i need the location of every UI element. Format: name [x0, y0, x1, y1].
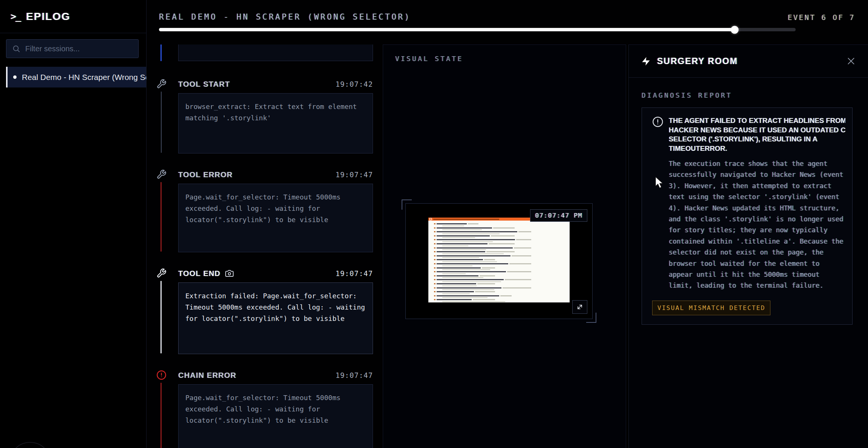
- screenshot-frame[interactable]: 07:07:47 PM: [405, 203, 593, 319]
- hn-story-row: [434, 263, 570, 266]
- session-title: REAL DEMO - HN SCRAPER (WRONG SELECTOR): [159, 12, 411, 21]
- scrubber-thumb[interactable]: [730, 26, 738, 34]
- hn-story-row: [434, 255, 570, 258]
- scrubber-fill: [159, 28, 735, 31]
- diagnosis-title: THE AGENT FAILED TO EXTRACT HEADLINES FR…: [669, 116, 845, 153]
- hn-story-row: [434, 267, 570, 270]
- hn-story-row: [434, 295, 570, 298]
- diagnosis-body: The execution trace shows that the agent…: [669, 158, 845, 292]
- event-counter: EVENT 6 OF 7: [788, 13, 855, 21]
- hn-story-row: [434, 243, 570, 246]
- logo-row: >_ EPILOG: [0, 0, 146, 33]
- lightning-bolt-icon: [641, 56, 651, 66]
- hn-story-row: [434, 275, 570, 278]
- event-payload: browser_extract: Extract text from eleme…: [178, 93, 373, 153]
- surgery-room-panel: SURGERY ROOM DIAGNOSIS REPORT THE AGENT …: [628, 44, 868, 448]
- hn-story-row: [434, 291, 570, 294]
- wrench-icon: [156, 169, 167, 180]
- expand-screenshot-button[interactable]: [572, 300, 587, 314]
- terminal-prompt-icon: >_: [11, 11, 20, 22]
- event-title: TOOL ERROR: [178, 170, 233, 179]
- previous-event-tail: [147, 44, 383, 61]
- visual-state-label: VISUAL STATE: [395, 55, 463, 63]
- hn-story-row: [434, 247, 570, 250]
- corner-bracket-icon: [586, 313, 596, 323]
- warning-circle-icon: [652, 116, 663, 127]
- sidebar: >_ EPILOG Real Demo - HN Scraper (Wrong …: [0, 0, 147, 448]
- hn-logo-icon: [429, 218, 432, 220]
- event-header: TOOL ERROR19:07:47: [147, 169, 373, 181]
- diagnosis-report-label: DIAGNOSIS REPORT: [642, 92, 868, 99]
- hn-rows: [428, 221, 570, 302]
- wrench-icon: [156, 268, 167, 278]
- visual-state-panel: VISUAL STATE 07:07:47 PM: [383, 44, 626, 448]
- bottom-left-circle-decoration: [9, 442, 51, 448]
- hn-story-row: [434, 227, 570, 230]
- event-timestamp: 19:07:47: [335, 170, 373, 179]
- timeline-event-tool-error[interactable]: TOOL ERROR19:07:47Page.wait_for_selector…: [147, 169, 383, 252]
- timeline-connector-blue: [160, 44, 162, 61]
- event-timestamp: 19:07:47: [335, 371, 373, 379]
- screenshot-timestamp: 07:07:47 PM: [530, 209, 587, 222]
- expand-icon: [576, 303, 584, 311]
- hn-story-row: [434, 279, 570, 282]
- surgery-room-title: SURGERY ROOM: [657, 56, 738, 66]
- event-timestamp: 19:07:42: [335, 80, 373, 88]
- session-label: Real Demo - HN Scraper (Wrong Selector): [22, 73, 146, 82]
- timeline-connector: [160, 281, 162, 353]
- event-header: TOOL END19:07:47: [147, 267, 373, 279]
- timeline-scrubber[interactable]: [159, 28, 796, 31]
- filter-sessions-input[interactable]: [25, 44, 133, 53]
- alert-icon: [156, 370, 167, 380]
- timeline-event-chain-error[interactable]: CHAIN ERROR19:07:47Page.wait_for_selecto…: [147, 369, 383, 448]
- hn-story-row: [434, 283, 570, 286]
- event-header: CHAIN ERROR19:07:47: [147, 369, 373, 381]
- hn-story-row: [434, 239, 570, 242]
- close-icon[interactable]: [846, 56, 856, 66]
- timeline-connector: [161, 92, 162, 153]
- sidebar-session-item[interactable]: Real Demo - HN Scraper (Wrong Selector): [6, 67, 146, 87]
- wrench-icon: [156, 79, 167, 89]
- session-bullet-icon: [13, 75, 17, 79]
- event-timeline: TOOL START19:07:42browser_extract: Extra…: [147, 44, 383, 448]
- hn-story-row: [434, 231, 570, 234]
- session-filter[interactable]: [6, 39, 139, 58]
- event-payload: Page.wait_for_selector: Timeout 5000ms e…: [178, 384, 373, 448]
- surgery-room-header: SURGERY ROOM: [629, 45, 868, 78]
- search-icon: [12, 44, 20, 53]
- timeline-event-tool-end[interactable]: TOOL END19:07:47Extraction failed: Page.…: [147, 267, 383, 354]
- hn-story-row: [434, 251, 570, 254]
- event-title: CHAIN ERROR: [178, 371, 236, 380]
- hn-story-row: [434, 259, 570, 262]
- event-timestamp: 19:07:47: [335, 269, 373, 278]
- event-payload: Extraction failed: Page.wait_for_selecto…: [178, 282, 373, 354]
- hn-story-row: [434, 223, 570, 226]
- corner-bracket-icon: [402, 199, 412, 210]
- event-header: TOOL START19:07:42: [147, 78, 373, 90]
- brand-logo: EPILOG: [26, 11, 70, 23]
- hn-story-row: [434, 299, 570, 302]
- hn-story-row: [434, 271, 570, 274]
- hn-story-row: [434, 235, 570, 238]
- camera-icon: [225, 269, 234, 278]
- timeline-event-tool-start[interactable]: TOOL START19:07:42browser_extract: Extra…: [147, 78, 383, 153]
- event-title: TOOL END: [178, 269, 220, 278]
- hacker-news-screenshot: [428, 218, 570, 302]
- event-title: TOOL START: [178, 80, 230, 89]
- timeline-connector: [160, 383, 162, 448]
- hn-story-row: [434, 287, 570, 290]
- visual-mismatch-badge: VISUAL MISMATCH DETECTED: [652, 301, 770, 315]
- event-payload: Page.wait_for_selector: Timeout 5000ms e…: [178, 184, 373, 252]
- hn-nav-text: [433, 219, 499, 220]
- timeline-connector: [160, 182, 162, 252]
- diagnosis-report-card: THE AGENT FAILED TO EXTRACT HEADLINES FR…: [642, 107, 853, 325]
- previous-event-box: [178, 44, 373, 61]
- timeline-events: TOOL START19:07:42browser_extract: Extra…: [147, 78, 383, 448]
